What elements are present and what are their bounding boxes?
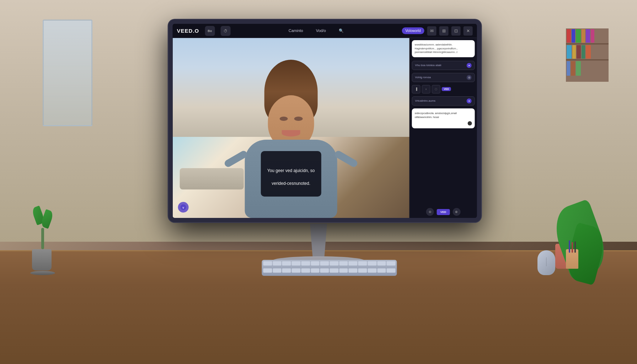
transcript-text: wwwblioaciumnm. aaterstabethlin. Haginde…: [415, 43, 472, 54]
book: [582, 29, 585, 43]
left-arm: [223, 150, 248, 168]
book: [571, 61, 575, 76]
book: [586, 29, 590, 43]
key: [282, 261, 291, 266]
panel-control-2[interactable]: Vohlg rorvsa ◎: [412, 73, 475, 82]
small-plant: [34, 207, 52, 249]
mug-saucer-left: [30, 271, 55, 275]
upgrade-button[interactable]: Voloworld: [402, 27, 424, 34]
key: [349, 268, 358, 273]
book: [591, 29, 594, 43]
key: [282, 268, 291, 273]
mouse: [537, 250, 555, 275]
right-panel: wwwblioaciumnm. aaterstabethlin. Haginde…: [410, 38, 477, 218]
key: [377, 268, 386, 273]
watermark-icon: V: [180, 204, 187, 211]
shelf-row-3: [566, 60, 609, 76]
watermark: V: [178, 202, 189, 213]
pen-1: [569, 240, 570, 253]
key: [358, 261, 367, 266]
panel-control-1[interactable]: Vhu bsa lolotea ataiii ●: [412, 61, 475, 70]
panel-next-button[interactable]: ⊕: [453, 208, 460, 216]
close-button[interactable]: ✕: [464, 26, 473, 36]
panel-description-text: sidincrpcsdbncila. amstocistpg/s,small o…: [415, 111, 472, 119]
book: [567, 45, 572, 59]
key: [368, 261, 376, 266]
right-arm: [333, 150, 359, 168]
panel-control-3[interactable]: Vrtcalintro.aums ●: [412, 96, 475, 106]
video-background: You geer ved ajuicidn, so verided-cesnun…: [173, 38, 410, 218]
book: [576, 29, 581, 43]
key: [311, 261, 320, 266]
keyboard-keys: [262, 260, 397, 276]
logo: VEED.O: [177, 28, 199, 34]
panel-icon-1[interactable]: ▐: [412, 85, 421, 93]
key: [292, 268, 301, 273]
subtitle-box: You geer ved ajuicidn, so verided-cesnun…: [261, 151, 321, 197]
panel-description-section: sidincrpcsdbncila. amstocistpg/s,small o…: [412, 108, 475, 128]
book: [572, 29, 575, 43]
shelf-row-1: [566, 28, 609, 44]
nav-icon-clock[interactable]: ⏱: [220, 26, 230, 36]
keyboard: [262, 260, 397, 276]
nav-center: Caminto Vod/o 🔍: [286, 27, 347, 34]
panel-icon-3[interactable]: ◌: [432, 85, 440, 93]
key: [339, 268, 348, 273]
book: [582, 45, 585, 59]
key: [368, 268, 376, 273]
key: [377, 261, 386, 266]
key: [301, 268, 310, 273]
panel-icons-row: ▐ ı ◌ VED: [412, 85, 475, 93]
transcript-section: wwwblioaciumnm. aaterstabethlin. Haginde…: [412, 40, 475, 57]
key: [387, 268, 396, 273]
book: [586, 45, 591, 59]
nav-caminto[interactable]: Caminto: [286, 27, 306, 34]
monitor: VEED.O Bo ⏱ Caminto Vod/o 🔍 Voloworld ✉: [168, 20, 481, 222]
bookshelf: [566, 28, 609, 82]
pen-3: [574, 241, 576, 253]
nav-icon-bo[interactable]: Bo: [205, 26, 215, 36]
plant-stem: [41, 228, 44, 249]
control-2-label: Vohlg rorvsa: [415, 76, 431, 79]
pen-2: [572, 242, 573, 253]
video-area[interactable]: You geer ved ajuicidn, so verided-cesnun…: [173, 38, 410, 218]
nav-vodo[interactable]: Vod/o: [313, 27, 329, 34]
book: [567, 61, 570, 76]
key: [358, 268, 367, 273]
panel-veed-center-button[interactable]: VED: [437, 209, 450, 215]
control-1-indicator: ●: [467, 63, 472, 68]
key: [339, 261, 348, 266]
key: [273, 261, 282, 266]
mail-icon[interactable]: ✉: [427, 26, 437, 36]
key: [292, 261, 301, 266]
key: [330, 261, 338, 266]
subtitle-text: You geer ved ajuicidn, so verided-cesnun…: [267, 168, 315, 186]
book: [567, 29, 571, 43]
export-icon[interactable]: ⊡: [451, 26, 461, 36]
nav-right: Voloworld ✉ ⊞ ⊡ ✕: [402, 26, 472, 36]
nav-search[interactable]: 🔍: [336, 27, 347, 34]
book: [577, 45, 581, 59]
grid-icon[interactable]: ⊞: [439, 26, 449, 36]
mouse-divider: [546, 257, 547, 266]
book: [572, 45, 576, 59]
panel-veed-badge: VED: [442, 87, 451, 91]
scene: VEED.O Bo ⏱ Caminto Vod/o 🔍 Voloworld ✉: [0, 0, 637, 364]
control-3-label: Vrtcalintro.aums: [415, 99, 436, 102]
plant-right: [559, 204, 601, 282]
navbar: VEED.O Bo ⏱ Caminto Vod/o 🔍 Voloworld ✉: [173, 24, 477, 38]
key: [320, 268, 329, 273]
veed-interface: VEED.O Bo ⏱ Caminto Vod/o 🔍 Voloworld ✉: [173, 24, 477, 218]
key: [320, 261, 329, 266]
pen-holder: [566, 249, 578, 269]
panel-icon-2[interactable]: ı: [422, 85, 430, 93]
svg-text:V: V: [182, 207, 184, 209]
panel-prev-button[interactable]: ⊖: [426, 208, 434, 216]
right-eye: [294, 117, 303, 121]
key: [387, 261, 396, 266]
shelf-row-2: [566, 44, 609, 60]
control-2-indicator: ◎: [467, 75, 472, 80]
key: [263, 261, 272, 266]
mouth: [282, 130, 300, 136]
nav-bo-text: Bo: [208, 29, 212, 33]
